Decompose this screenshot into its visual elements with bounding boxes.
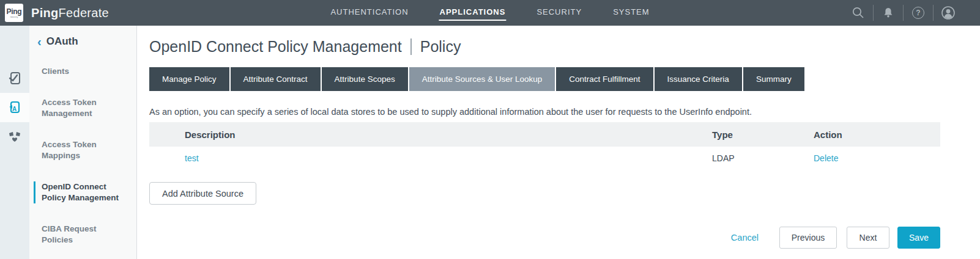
delete-link[interactable]: Delete — [814, 153, 838, 163]
nav-applications[interactable]: APPLICATIONS — [439, 5, 507, 21]
app-title: PingFederate — [31, 6, 109, 20]
sidebar-section-title: OAuth — [46, 35, 78, 48]
tab-summary[interactable]: Summary — [743, 67, 804, 91]
sidebar-item-openid-connect-policy-management[interactable]: OpenID Connect Policy Management — [34, 181, 125, 203]
chevron-left-icon: ‹ — [37, 36, 42, 47]
header-divider — [873, 5, 874, 21]
mappings-rail-icon[interactable] — [0, 122, 29, 151]
access-token-rail-icon[interactable]: A — [0, 93, 29, 122]
save-button[interactable]: Save — [897, 227, 940, 249]
nav-system[interactable]: SYSTEM — [612, 5, 650, 21]
sidebar-items: Clients Access Token Management Access T… — [34, 66, 136, 246]
page-title-main: OpenID Connect Policy Management — [149, 38, 402, 56]
nav-security[interactable]: SECURITY — [536, 5, 582, 21]
add-attribute-source-button[interactable]: Add Attribute Source — [149, 182, 256, 205]
next-button[interactable]: Next — [847, 227, 889, 249]
tab-attribute-contract[interactable]: Attribute Contract — [231, 67, 321, 91]
footer-actions: Cancel Previous Next Save — [149, 227, 940, 249]
page-title-sub: Policy — [420, 38, 461, 56]
tab-contract-fulfillment[interactable]: Contract Fulfillment — [556, 67, 653, 91]
table-row: test LDAP Delete — [149, 147, 940, 170]
notifications-bell-icon[interactable] — [881, 5, 896, 20]
search-icon[interactable] — [851, 5, 866, 20]
header-actions: ? — [851, 5, 980, 21]
header-divider — [933, 5, 934, 21]
attribute-sources-table: Description Type Action test LDAP Delete — [149, 122, 940, 170]
sidebar-item-clients[interactable]: Clients — [34, 66, 125, 77]
rail-access-glyph: A — [12, 106, 17, 112]
app-title-rest: Federate — [59, 6, 109, 20]
tab-attribute-scopes[interactable]: Attribute Scopes — [322, 67, 408, 91]
previous-button[interactable]: Previous — [779, 227, 837, 249]
page-title: OpenID Connect Policy Management Policy — [149, 38, 940, 56]
sidebar-item-ciba-request-policies[interactable]: CIBA Request Policies — [34, 224, 125, 246]
tab-attribute-sources-user-lookup[interactable]: Attribute Sources & User Lookup — [409, 67, 555, 91]
sidebar-item-access-token-mappings[interactable]: Access Token Mappings — [34, 139, 125, 161]
nav-authentication[interactable]: AUTHENTICATION — [330, 5, 409, 21]
icon-rail: A — [0, 26, 29, 259]
help-glyph: ? — [916, 9, 920, 17]
tab-issuance-criteria[interactable]: Issuance Criteria — [655, 67, 742, 91]
main-content: OpenID Connect Policy Management Policy … — [137, 26, 980, 259]
user-avatar-icon[interactable] — [941, 5, 956, 20]
attribute-source-link[interactable]: test — [185, 153, 199, 163]
page-description: As an option, you can specify a series o… — [149, 107, 940, 117]
sidebar-back-oauth[interactable]: ‹ OAuth — [37, 35, 136, 48]
column-header-description: Description — [149, 130, 712, 140]
column-header-action: Action — [814, 130, 940, 140]
cancel-link[interactable]: Cancel — [731, 233, 759, 243]
ping-logo: Ping Identity — [5, 4, 23, 22]
app-title-bold: Ping — [31, 6, 59, 20]
sidebar: ‹ OAuth Clients Access Token Management … — [29, 26, 137, 259]
ping-logo-text: Ping — [7, 8, 22, 15]
table-header-row: Description Type Action — [149, 122, 940, 147]
attribute-source-type: LDAP — [712, 153, 814, 163]
help-icon[interactable]: ? — [911, 5, 926, 20]
sidebar-item-access-token-management[interactable]: Access Token Management — [34, 97, 125, 119]
clients-rail-icon[interactable] — [0, 64, 29, 93]
ping-logo-subtext: Identity — [10, 16, 18, 18]
tab-manage-policy[interactable]: Manage Policy — [149, 67, 229, 91]
title-separator — [410, 38, 412, 55]
app-header: Ping Identity PingFederate AUTHENTICATIO… — [0, 0, 980, 26]
wizard-tabs: Manage Policy Attribute Contract Attribu… — [149, 67, 940, 91]
header-divider — [903, 5, 904, 21]
column-header-type: Type — [712, 130, 814, 140]
top-navigation: AUTHENTICATION APPLICATIONS SECURITY SYS… — [330, 5, 650, 21]
